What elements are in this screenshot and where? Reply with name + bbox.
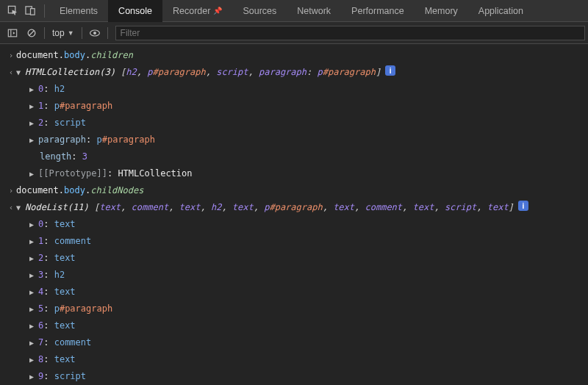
devtools-tabbar: Elements Console Recorder📌 Sources Netwo… xyxy=(0,0,588,22)
console-input-code: document.body.childNodes xyxy=(16,184,143,198)
context-selector[interactable]: top ▼ xyxy=(48,28,79,38)
sidebar-toggle-icon[interactable] xyxy=(3,25,22,41)
object-property-row[interactable]: ▶2: text xyxy=(1,250,588,267)
console-input-code: document.body.children xyxy=(16,48,133,62)
context-label: top xyxy=(52,28,65,38)
svg-rect-3 xyxy=(8,29,16,37)
svg-rect-2 xyxy=(30,9,35,15)
filter-input[interactable] xyxy=(115,26,585,40)
object-property-row[interactable]: ▶3: h2 xyxy=(1,267,588,284)
filter-container xyxy=(115,26,585,40)
output-caret-icon: ‹ xyxy=(6,65,16,79)
object-property-row[interactable]: ▶paragraph: p#paragraph xyxy=(1,132,588,148)
inspect-icon[interactable] xyxy=(4,3,21,19)
object-property-row[interactable]: ▶4: text xyxy=(1,284,588,301)
tab-label: Console xyxy=(118,6,152,16)
tab-console[interactable]: Console xyxy=(108,0,162,22)
live-expression-icon[interactable] xyxy=(85,25,104,41)
output-caret-icon: ‹ xyxy=(6,201,16,215)
expander-icon[interactable]: ▶ xyxy=(29,336,38,350)
console-input-row: › document.body.childNodes xyxy=(1,182,588,199)
expander-icon[interactable]: ▶ xyxy=(29,82,38,96)
svg-line-7 xyxy=(29,30,35,35)
expander-icon[interactable]: ▶ xyxy=(29,234,38,248)
object-property-row[interactable]: ▶9: script xyxy=(1,368,588,385)
chevron-down-icon: ▼ xyxy=(68,29,74,37)
tab-label: Network xyxy=(297,6,331,16)
expander-icon[interactable]: ▶ xyxy=(29,133,38,147)
device-toggle-icon[interactable] xyxy=(22,3,38,19)
tab-label: Recorder xyxy=(173,6,210,16)
object-property-row[interactable]: ▶5: p#paragraph xyxy=(1,301,588,317)
tab-application[interactable]: Application xyxy=(468,0,534,22)
tab-memory[interactable]: Memory xyxy=(415,0,468,22)
object-property-row[interactable]: ▶6: text xyxy=(1,317,588,334)
object-property-row[interactable]: ▶1: comment xyxy=(1,233,588,250)
pin-icon: 📌 xyxy=(213,7,222,15)
result-preview[interactable]: HTMLCollection(3) [h2, p#paragraph, scri… xyxy=(25,65,381,79)
input-caret-icon: › xyxy=(6,48,16,62)
object-property-row[interactable]: ▶0: h2 xyxy=(1,81,588,98)
console-output-row: ‹ ▼ NodeList(11) [text, comment, text, h… xyxy=(1,199,588,216)
tab-recorder[interactable]: Recorder📌 xyxy=(162,0,232,22)
object-property-row[interactable]: ▶1: p#paragraph xyxy=(1,98,588,115)
toolbar-separator xyxy=(107,27,108,39)
expander-icon[interactable]: ▶ xyxy=(29,302,38,316)
object-property-row[interactable]: ▶2: script xyxy=(1,115,588,132)
expander-icon[interactable]: ▼ xyxy=(16,65,25,79)
expander-icon[interactable]: ▼ xyxy=(16,201,25,215)
tab-network[interactable]: Network xyxy=(287,0,341,22)
expander-icon[interactable]: ▶ xyxy=(29,116,38,130)
tab-label: Elements xyxy=(60,6,98,16)
tab-label: Memory xyxy=(425,6,458,16)
expander-icon[interactable]: ▶ xyxy=(29,99,38,113)
tab-label: Sources xyxy=(243,6,276,16)
console-toolbar: top ▼ xyxy=(0,22,588,44)
object-property-row[interactable]: ▶8: text xyxy=(1,351,588,368)
console-input-row: › document.body.children xyxy=(1,47,588,64)
object-property-row[interactable]: ▶7: comment xyxy=(1,334,588,351)
expander-icon[interactable]: ▶ xyxy=(29,319,38,333)
tab-elements[interactable]: Elements xyxy=(49,0,108,22)
input-caret-icon: › xyxy=(6,184,16,198)
toolbar-separator xyxy=(82,27,82,39)
tab-label: Application xyxy=(478,6,523,16)
info-badge-icon[interactable]: i xyxy=(385,65,395,76)
tab-performance[interactable]: Performance xyxy=(341,0,415,22)
object-property-row: length: 3 xyxy=(1,148,588,165)
tab-sources[interactable]: Sources xyxy=(232,0,287,22)
expander-icon[interactable]: ▶ xyxy=(29,353,38,367)
info-badge-icon[interactable]: i xyxy=(518,201,528,211)
clear-console-icon[interactable] xyxy=(22,25,41,41)
expander-icon[interactable]: ▶ xyxy=(29,370,38,384)
tab-label: Performance xyxy=(351,6,404,16)
svg-marker-5 xyxy=(13,32,15,35)
console-output: › document.body.children ‹ ▼ HTMLCollect… xyxy=(0,44,588,385)
expander-icon[interactable]: ▶ xyxy=(29,167,38,181)
expander-icon[interactable]: ▶ xyxy=(29,268,38,282)
expander-icon[interactable]: ▶ xyxy=(29,217,38,231)
svg-point-9 xyxy=(93,32,96,35)
expander-icon[interactable]: ▶ xyxy=(29,285,38,299)
object-property-row[interactable]: ▶[[Prototype]]: HTMLCollection xyxy=(1,165,588,182)
console-output-row: ‹ ▼ HTMLCollection(3) [h2, p#paragraph, … xyxy=(1,64,588,81)
expander-icon[interactable]: ▶ xyxy=(29,251,38,265)
object-property-row[interactable]: ▶0: text xyxy=(1,216,588,233)
result-preview[interactable]: NodeList(11) [text, comment, text, h2, t… xyxy=(25,201,514,215)
toolbar-separator xyxy=(44,27,45,39)
tab-separator xyxy=(44,4,45,18)
